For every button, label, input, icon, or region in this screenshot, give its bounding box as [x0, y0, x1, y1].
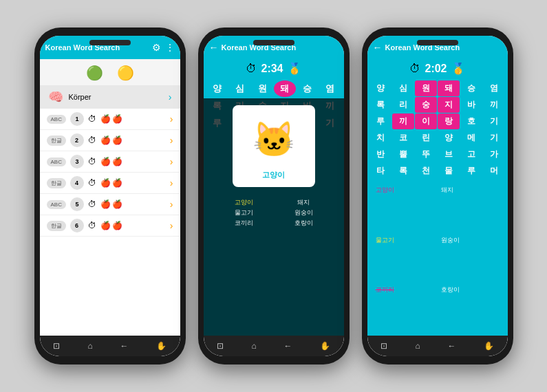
nav-home-icon[interactable]: ⌂ [87, 341, 92, 351]
timer-icon-2: ⏱ [88, 135, 96, 145]
toggle-yellow[interactable]: 🟡 [117, 65, 134, 81]
level-header[interactable]: 🧠 Körper › [40, 85, 180, 109]
nav-recent-icon[interactable]: ⊡ [380, 341, 387, 351]
toggle-green[interactable]: 🟢 [86, 65, 103, 81]
ws3-cell[interactable]: 호 [460, 113, 482, 129]
ws3-cell-pink[interactable]: 원 [415, 80, 437, 96]
gear-icon[interactable]: ⚙ [152, 42, 161, 53]
word-item: 호랑이 [275, 219, 333, 228]
ws3-word-kokkiri: 코끼리 [373, 284, 437, 333]
ws3-cell[interactable]: 끼 [483, 97, 505, 113]
level-row-2[interactable]: 한글 2 ⏱ 🍎 🍎 › [40, 130, 180, 151]
phone3-header: ← Korean Word Search [367, 36, 508, 59]
level-row-1[interactable]: ABC 1 ⏱ 🍎 🍎 › [40, 109, 180, 130]
level-arrow-4[interactable]: › [170, 177, 173, 188]
ws3-cell[interactable]: 록 [370, 97, 392, 113]
star-5-1: 🍎 [100, 199, 111, 209]
ws3-cell[interactable]: 기 [483, 113, 505, 129]
ws3-cell-pink[interactable]: 숭 [415, 97, 437, 113]
word-item: 고양이 [215, 198, 273, 207]
nav-home-icon[interactable]: ⌂ [415, 341, 420, 351]
ws3-cell[interactable]: 뚜 [415, 146, 437, 162]
phone3-timer: 2:02 [425, 63, 447, 75]
word-item: 돼지 [275, 198, 333, 207]
ws3-cell[interactable]: 바 [460, 97, 482, 113]
phone3-grid: 양 심 원 돼 승 염 록 리 숭 지 바 끼 루 끼 이 [367, 78, 508, 182]
phone2-back-button[interactable]: ← [209, 42, 219, 53]
ws3-cell[interactable]: 머 [483, 163, 505, 179]
ws3-cell[interactable]: 루 [370, 113, 392, 129]
level-row-3[interactable]: ABC 3 ⏱ 🍎 🍎 › [40, 151, 180, 173]
phone1-content: 🟢 🟡 🧠 Körper › ABC 1 ⏱ 🍎 🍎 [40, 59, 180, 336]
level-stars-6: 🍎 🍎 [100, 221, 122, 230]
ws3-cell[interactable]: 심 [392, 80, 414, 96]
word-item: 코끼리 [215, 219, 273, 228]
nav-back-icon[interactable]: ← [120, 341, 129, 351]
nav-recent-icon[interactable]: ⊡ [53, 341, 60, 351]
ws3-cell-pink[interactable]: 돼 [438, 80, 460, 96]
nav-recent-icon[interactable]: ⊡ [217, 341, 224, 351]
ws3-cell[interactable]: 반 [370, 146, 392, 162]
level-arrow-3[interactable]: › [170, 156, 173, 167]
timer-icon-4: ⏱ [88, 178, 96, 188]
ws3-cell[interactable]: 기 [483, 130, 505, 146]
star-1-1: 🍎 [100, 114, 111, 124]
level-arrow-2[interactable]: › [170, 135, 173, 146]
ws3-cell[interactable]: 린 [415, 130, 437, 146]
ws3-cell-pink[interactable]: 랑 [438, 113, 460, 129]
ws3-cell[interactable]: 브 [438, 146, 460, 162]
nav-back-icon[interactable]: ← [448, 341, 456, 351]
level-arrow-1[interactable]: › [170, 113, 173, 124]
ws3-cell[interactable]: 루 [460, 163, 482, 179]
level-header-arrow[interactable]: › [169, 91, 172, 102]
grid-cell: 원 [251, 80, 273, 97]
nav-hand-icon[interactable]: ✋ [320, 341, 330, 351]
popup-label: 고양이 [262, 170, 285, 180]
grid-cell: 양 [206, 80, 228, 97]
nav-home-icon[interactable]: ⌂ [251, 341, 256, 351]
ws3-cell-pink[interactable]: 이 [415, 113, 437, 129]
level-arrow-6[interactable]: › [170, 220, 173, 231]
star-1-2: 🍎 [112, 114, 122, 124]
level-row-4[interactable]: 한글 4 ⏱ 🍎 🍎 › [40, 173, 180, 194]
phone-2-screen: ← Korean Word Search ⏱ 2:34 🥇 양 심 원 돼 승 … [204, 36, 344, 356]
ws3-cell[interactable]: 염 [483, 80, 505, 96]
nav-back-icon[interactable]: ← [284, 341, 292, 351]
phone3-back-button[interactable]: ← [373, 42, 383, 53]
ws3-cell[interactable]: 리 [392, 97, 414, 113]
ws3-cell[interactable]: 가 [483, 146, 505, 162]
phone2-popup-overlay[interactable]: 🐱 고양이 고양이 돼지 물고기 원숭이 코끼리 호랑이 [204, 98, 344, 336]
level-badge-2: 한글 [47, 135, 66, 146]
level-header-text: Körper [69, 93, 169, 101]
level-arrow-5[interactable]: › [170, 199, 173, 210]
phone3-ws-screen: 양 심 원 돼 승 염 록 리 숭 지 바 끼 루 끼 이 [367, 78, 508, 336]
nav-hand-icon[interactable]: ✋ [484, 341, 494, 351]
ws3-cell[interactable]: 코 [392, 130, 414, 146]
grid-cell: 염 [319, 80, 341, 97]
level-row-5[interactable]: ABC 5 ⏱ 🍎 🍎 › [40, 194, 180, 215]
star-3-1: 🍎 [100, 157, 111, 166]
ws3-cell[interactable]: 메 [460, 130, 482, 146]
phone2-ws-screen: 양 심 원 돼 승 염 록 리 숭 지 바 끼 루 끼 이 랑 호 [204, 78, 344, 336]
phone2-header: ← Korean Word Search [204, 36, 344, 59]
ws3-cell[interactable]: 록 [392, 163, 414, 179]
star-4-2: 🍎 [112, 178, 122, 188]
phone-3-screen: ← Korean Word Search ⏱ 2:02 🥇 양 심 원 돼 승 … [367, 36, 508, 356]
ws3-cell[interactable]: 물 [438, 163, 460, 179]
ws3-cell[interactable]: 뿔 [392, 146, 414, 162]
level-row-6[interactable]: 한글 6 ⏱ 🍎 🍎 › [40, 215, 180, 237]
ws3-cell[interactable]: 타 [370, 163, 392, 179]
nav-hand-icon[interactable]: ✋ [156, 341, 167, 351]
level-badge-5: ABC [47, 200, 66, 209]
level-stars-2: 🍎 🍎 [100, 135, 122, 145]
ws3-cell[interactable]: 양 [438, 130, 460, 146]
ws3-cell[interactable]: 치 [370, 130, 392, 146]
ws3-cell-pink[interactable]: 끼 [392, 113, 414, 129]
ws3-cell-pink[interactable]: 지 [438, 97, 460, 113]
menu-icon[interactable]: ⋮ [165, 42, 175, 53]
ws3-cell[interactable]: 고 [460, 146, 482, 162]
ws3-cell[interactable]: 천 [415, 163, 437, 179]
grid-cell: 심 [228, 80, 250, 97]
ws3-cell[interactable]: 양 [370, 80, 392, 96]
ws3-cell[interactable]: 승 [460, 80, 482, 96]
